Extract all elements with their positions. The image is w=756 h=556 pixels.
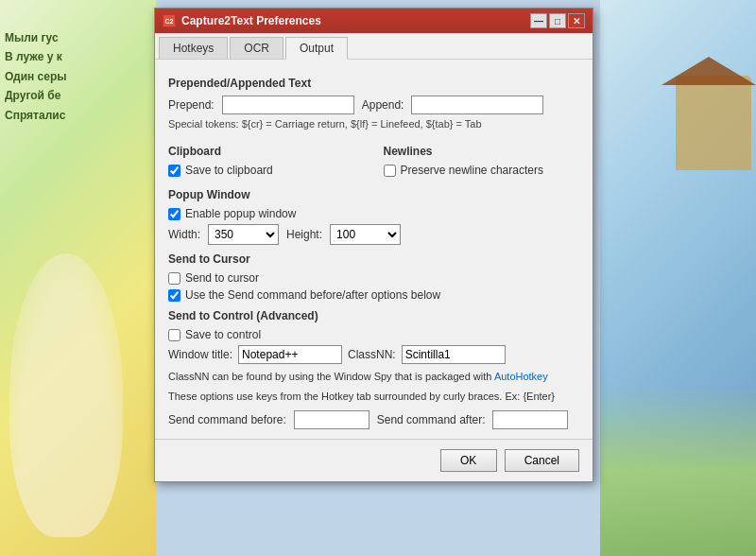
save-to-control-label: Save to control <box>185 328 261 341</box>
tab-ocr[interactable]: OCR <box>230 37 284 59</box>
hotkey-info: These options use keys from the Hotkey t… <box>168 390 579 404</box>
save-to-control-row: Save to control <box>168 328 579 341</box>
send-before-label: Send command before: <box>168 413 286 426</box>
height-select[interactable]: 100150200250 <box>330 224 401 245</box>
save-to-clipboard-label: Save to clipboard <box>185 164 273 177</box>
autohotkey-link[interactable]: AutoHotkey <box>494 371 548 382</box>
prepend-label: Prepend: <box>168 98 215 112</box>
append-label: Append: <box>362 98 404 112</box>
use-send-command-checkbox[interactable] <box>168 289 180 302</box>
prepend-row: Prepend: Append: <box>168 96 579 114</box>
dialog-title: Capture2Text Preferences <box>181 14 321 27</box>
special-tokens-text: Special tokens: ${cr} = Carriage return,… <box>168 118 579 130</box>
minimize-button[interactable]: — <box>530 13 547 28</box>
send-to-cursor-checkbox[interactable] <box>168 272 180 285</box>
send-control-header: Send to Control (Advanced) <box>168 309 579 322</box>
bg-text-line1: Мыли гус <box>5 28 151 47</box>
bg-text-line3: Один серы <box>5 67 151 86</box>
newlines-header: Newlines <box>384 145 580 158</box>
dialog-content: Prepended/Appended Text Prepend: Append:… <box>155 60 593 439</box>
enable-popup-checkbox[interactable] <box>168 208 180 220</box>
close-button[interactable]: ✕ <box>568 13 585 28</box>
save-to-control-checkbox[interactable] <box>168 329 180 341</box>
background-left: Мыли гус В луже у к Один серы Другой бе … <box>0 0 156 556</box>
newlines-section: Newlines Preserve newline characters <box>384 137 580 181</box>
classnn-info: ClassNN can be found by using the Window… <box>168 370 579 384</box>
bg-text-line4: Другой бе <box>5 86 151 105</box>
clipboard-section: Clipboard Save to clipboard <box>168 137 365 181</box>
ok-button[interactable]: OK <box>440 449 497 472</box>
title-bar: C2 Capture2Text Preferences — □ ✕ <box>155 9 593 33</box>
save-to-clipboard-row: Save to clipboard <box>168 164 365 177</box>
app-icon: C2 <box>163 14 176 27</box>
send-before-input[interactable] <box>294 410 369 429</box>
cancel-button[interactable]: Cancel <box>505 449 579 472</box>
maximize-button[interactable]: □ <box>549 13 566 28</box>
button-bar: OK Cancel <box>155 439 593 481</box>
preserve-newlines-checkbox[interactable] <box>384 165 396 177</box>
tab-output[interactable]: Output <box>285 37 348 60</box>
prepended-section-header: Prepended/Appended Text <box>168 77 579 90</box>
bg-text-line2: В луже у к <box>5 47 151 66</box>
enable-popup-label: Enable popup window <box>185 207 296 220</box>
classnn-input[interactable] <box>402 345 506 364</box>
window-controls: — □ ✕ <box>530 13 585 28</box>
background-right <box>600 0 756 556</box>
popup-section-header: Popup Window <box>168 188 579 201</box>
classnn-label: ClassNN: <box>348 348 396 361</box>
append-input[interactable] <box>411 96 543 114</box>
clipboard-header: Clipboard <box>168 145 365 158</box>
clipboard-newlines-row: Clipboard Save to clipboard Newlines Pre… <box>168 137 579 181</box>
height-label: Height: <box>286 228 322 241</box>
window-title-input[interactable] <box>238 345 342 364</box>
use-send-command-row: Use the Send command before/after option… <box>168 288 579 302</box>
send-after-input[interactable] <box>492 410 568 429</box>
prepend-input[interactable] <box>222 96 354 114</box>
width-label: Width: <box>168 228 200 241</box>
use-send-command-label: Use the Send command before/after option… <box>185 288 440 302</box>
preferences-dialog: C2 Capture2Text Preferences — □ ✕ Hotkey… <box>154 8 593 482</box>
window-title-label: Window title: <box>168 348 232 361</box>
bg-text-line5: Спряталис <box>5 106 151 125</box>
send-commands-row: Send command before: Send command after: <box>168 410 579 429</box>
preserve-newlines-label: Preserve newline characters <box>401 164 543 177</box>
send-after-label: Send command after: <box>377 413 486 426</box>
tab-hotkeys[interactable]: Hotkeys <box>159 37 228 59</box>
window-title-row: Window title: ClassNN: <box>168 345 579 364</box>
send-to-cursor-label: Send to cursor <box>185 271 259 285</box>
preserve-newlines-row: Preserve newline characters <box>384 164 580 177</box>
tab-bar: Hotkeys OCR Output <box>155 33 593 60</box>
width-height-row: Width: 350400450500 Height: 100150200250 <box>168 224 579 245</box>
save-to-clipboard-checkbox[interactable] <box>168 165 180 177</box>
enable-popup-row: Enable popup window <box>168 207 579 220</box>
send-cursor-header: Send to Cursor <box>168 252 579 266</box>
width-select[interactable]: 350400450500 <box>208 224 279 245</box>
send-to-cursor-row: Send to cursor <box>168 271 579 285</box>
